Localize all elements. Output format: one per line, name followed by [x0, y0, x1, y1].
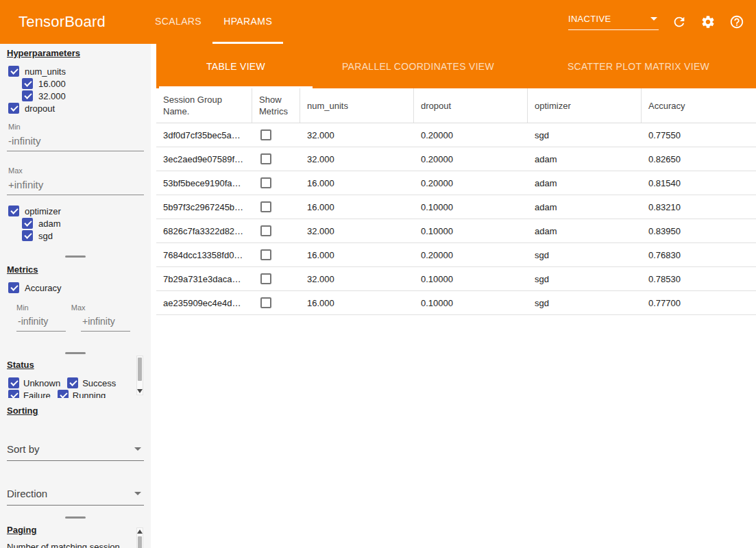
optimizer-cell: sgd — [528, 243, 642, 266]
checkbox-label: Unknown — [23, 378, 60, 388]
dropout-min-input[interactable] — [7, 134, 144, 151]
metric-max-label: Max — [71, 303, 86, 312]
checkbox-label: Failure — [23, 390, 51, 399]
chevron-down-icon — [134, 492, 141, 495]
checkbox-label: num_units — [25, 66, 66, 77]
checkbox-num-units[interactable]: num_units — [8, 65, 151, 77]
checkbox-status-running[interactable]: Running — [58, 389, 106, 398]
optimizer-cell: sgd — [528, 123, 642, 147]
checkbox-status-success[interactable]: Success — [67, 377, 116, 389]
dropout-cell: 0.10000 — [414, 291, 528, 314]
session-name-cell: 7b29a731e3daca… — [156, 267, 252, 290]
accuracy-cell: 0.82650 — [642, 147, 756, 171]
settings-icon[interactable] — [700, 14, 716, 30]
col-header-dropout: dropout — [414, 88, 528, 123]
status-heading: Status — [7, 360, 151, 370]
sorting-section: Sorting Sort by Direction — [0, 406, 151, 506]
scroll-up-arrow-icon[interactable] — [137, 530, 143, 534]
resize-handle[interactable] — [65, 256, 86, 258]
optimizer-cell: sgd — [528, 267, 642, 290]
scrollbar-thumb[interactable] — [138, 358, 142, 381]
tab-hparams[interactable]: HPARAMS — [212, 0, 283, 44]
accuracy-cell: 0.78530 — [642, 267, 756, 290]
run-status-value: INACTIVE — [568, 14, 611, 24]
table-row: 3df0d7cf35bec5a… 32.000 0.20000 sgd 0.77… — [156, 123, 756, 147]
dropout-min-label: Min — [8, 123, 151, 131]
refresh-icon[interactable] — [671, 14, 687, 30]
tab-table-view[interactable]: TABLE VIEW — [156, 44, 315, 88]
show-metrics-checkbox[interactable] — [260, 297, 271, 308]
checkbox-accuracy[interactable]: Accuracy — [8, 282, 151, 294]
dropout-cell: 0.20000 — [414, 243, 528, 266]
help-icon[interactable] — [729, 14, 745, 30]
accuracy-cell: 0.83210 — [642, 195, 756, 219]
dropout-cell: 0.20000 — [414, 171, 528, 195]
chevron-down-icon — [650, 17, 657, 21]
session-name-cell: 5b97f3c2967245b… — [156, 195, 252, 219]
col-header-num-units: num_units — [300, 88, 414, 123]
checkbox-optimizer-adam[interactable]: adam — [22, 217, 151, 229]
top-tabs: SCALARS HPARAMS — [144, 0, 283, 44]
checkbox-num-units-32[interactable]: 32.000 — [22, 90, 151, 102]
paging-heading: Paging — [7, 525, 151, 535]
checked-checkbox-icon — [8, 206, 19, 216]
dropout-max-input[interactable] — [7, 177, 144, 195]
table-row: 7b29a731e3daca… 32.000 0.10000 sgd 0.785… — [156, 267, 756, 291]
metric-min-label: Min — [16, 303, 29, 312]
tab-scatter-plot-matrix-view[interactable]: SCATTER PLOT MATRIX VIEW — [521, 44, 756, 88]
resize-handle[interactable] — [65, 516, 86, 519]
tab-scalars[interactable]: SCALARS — [144, 0, 212, 44]
checked-checkbox-icon — [22, 78, 33, 89]
checkbox-label: Running — [73, 390, 106, 399]
top-app-bar: TensorBoard SCALARS HPARAMS INACTIVE — [0, 0, 756, 44]
num-units-cell: 32.000 — [300, 219, 414, 242]
topbar-actions: INACTIVE — [568, 0, 745, 44]
status-section: Status Unknown Success Failure Running — [0, 354, 151, 398]
table-row: ae235909ec4e4d… 16.000 0.10000 sgd 0.777… — [156, 291, 756, 315]
checkbox-dropout[interactable]: dropout — [8, 102, 151, 114]
checked-checkbox-icon — [8, 377, 19, 388]
scroll-down-arrow-icon[interactable] — [137, 389, 143, 393]
num-units-cell: 32.000 — [300, 147, 414, 171]
dropout-max-label: Max — [8, 166, 151, 175]
checkbox-status-unknown[interactable]: Unknown — [8, 377, 60, 389]
metric-max-input[interactable] — [81, 314, 130, 332]
dropout-cell: 0.10000 — [414, 219, 528, 242]
show-metrics-cell — [252, 123, 300, 147]
run-status-select[interactable]: INACTIVE — [568, 14, 659, 30]
sort-by-dropdown[interactable]: Sort by — [7, 443, 144, 461]
table-header: Session Group Name. Show Metrics num_uni… — [156, 88, 756, 123]
checked-checkbox-icon — [8, 103, 19, 114]
checkbox-num-units-16[interactable]: 16.000 — [22, 77, 151, 90]
show-metrics-checkbox[interactable] — [260, 249, 271, 260]
optimizer-cell: adam — [528, 147, 642, 171]
optimizer-cell: adam — [528, 195, 642, 219]
dropout-cell: 0.20000 — [414, 147, 528, 171]
num-units-cell: 16.000 — [300, 171, 414, 195]
accuracy-cell: 0.83950 — [642, 219, 756, 242]
show-metrics-checkbox[interactable] — [260, 273, 271, 284]
show-metrics-checkbox[interactable] — [260, 129, 271, 140]
dropout-cell: 0.10000 — [414, 195, 528, 219]
checkbox-optimizer[interactable]: optimizer — [8, 205, 151, 217]
scrollbar-thumb[interactable] — [138, 536, 142, 548]
accuracy-cell: 0.76830 — [642, 243, 756, 266]
checked-checkbox-icon — [8, 282, 19, 293]
sort-by-label: Sort by — [7, 443, 40, 455]
session-name-cell: 7684dcc13358fd0… — [156, 243, 252, 266]
checkbox-label: Accuracy — [25, 283, 61, 293]
checkbox-optimizer-sgd[interactable]: sgd — [22, 229, 151, 242]
optimizer-cell: adam — [528, 171, 642, 195]
show-metrics-checkbox[interactable] — [260, 201, 271, 212]
show-metrics-checkbox[interactable] — [260, 177, 271, 188]
tab-parallel-coordinates-view[interactable]: PARALLEL COORDINATES VIEW — [315, 44, 521, 88]
status-scrollbar[interactable] — [136, 356, 143, 395]
table-row: 5b97f3c2967245b… 16.000 0.10000 adam 0.8… — [156, 195, 756, 219]
show-metrics-checkbox[interactable] — [260, 153, 271, 164]
direction-dropdown[interactable]: Direction — [7, 488, 144, 506]
checkbox-status-failure[interactable]: Failure — [8, 389, 51, 398]
paging-scrollbar[interactable] — [136, 527, 143, 548]
num-units-cell: 16.000 — [300, 291, 414, 314]
metric-min-input[interactable] — [16, 314, 66, 332]
show-metrics-checkbox[interactable] — [260, 225, 271, 236]
